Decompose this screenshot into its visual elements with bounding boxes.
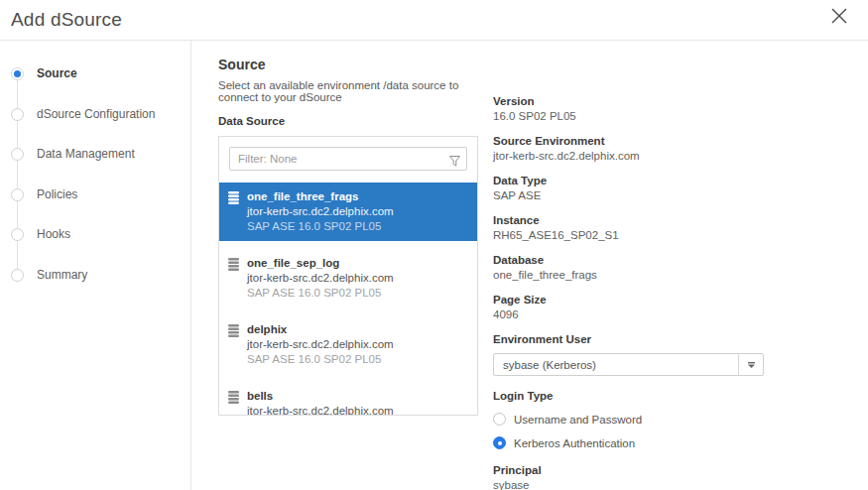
field-value: RH65_ASE16_SP02_S1 [493, 229, 766, 241]
detail-field-page-size: Page Size 4096 [493, 294, 766, 320]
field-label: Principal [493, 464, 766, 476]
data-source-item[interactable]: one_file_sep_log jtor-kerb-src.dc2.delph… [219, 249, 477, 307]
step-label: Hooks [37, 227, 70, 241]
step-policies[interactable]: Policies [0, 186, 191, 202]
chevron-down-icon [747, 362, 756, 368]
radio-label: Kerberos Authentication [514, 437, 635, 449]
page-subtitle: Select an available environment /data so… [218, 79, 478, 103]
step-radio-icon [11, 188, 24, 201]
detail-field-instance: Instance RH65_ASE16_SP02_S1 [493, 214, 766, 241]
environment-user-value: sybase (Kerberos) [494, 359, 738, 371]
step-label: Summary [37, 268, 87, 282]
step-source[interactable]: Source [0, 65, 191, 81]
stepper-connector-line [17, 72, 18, 274]
data-source-version: SAP ASE 16.0 SP02 PL05 [247, 352, 467, 367]
step-radio-icon [11, 148, 24, 161]
detail-field-data-type: Data Type SAP ASE [493, 175, 766, 201]
field-label: Instance [493, 214, 766, 226]
radio-username-password[interactable]: Username and Password [493, 413, 766, 426]
step-radio-icon [11, 67, 24, 80]
step-dsource-configuration[interactable]: dSource Configuration [0, 106, 191, 122]
data-source-name: delphix [247, 322, 467, 337]
environment-user-select[interactable]: sybase (Kerberos) [493, 353, 764, 376]
field-value: 16.0 SP02 PL05 [493, 110, 766, 122]
step-radio-icon [11, 108, 24, 121]
filter-input[interactable] [229, 147, 467, 171]
environment-user-label: Environment User [493, 333, 766, 345]
data-source-version: SAP ASE 16.0 SP02 PL05 [247, 219, 467, 234]
filter-funnel-icon[interactable] [449, 153, 460, 171]
login-type-label: Login Type [493, 390, 766, 402]
data-source-host: jtor-kerb-src.dc2.delphix.com [247, 337, 467, 352]
field-value: sybase [493, 479, 766, 490]
field-label: Database [493, 254, 766, 266]
dialog-title: Add dSource [11, 9, 122, 31]
wizard-stepper: Source dSource Configuration Data Manage… [0, 41, 191, 490]
data-source-label: Data Source [218, 115, 478, 127]
field-label: Data Type [493, 175, 766, 186]
data-source-item[interactable]: delphix jtor-kerb-src.dc2.delphix.com SA… [219, 315, 477, 374]
close-icon [829, 6, 849, 26]
step-label: Policies [37, 187, 77, 201]
data-source-host: jtor-kerb-src.dc2.delphix.com [247, 204, 467, 219]
detail-field-source-environment: Source Environment jtor-kerb-src.dc2.del… [493, 135, 766, 162]
detail-field-principal: Principal sybase [493, 464, 766, 490]
data-source-name: one_file_three_frags [247, 189, 467, 204]
step-summary[interactable]: Summary [0, 267, 191, 283]
radio-icon [493, 436, 506, 449]
radio-label: Username and Password [514, 414, 642, 426]
data-source-item[interactable]: one_file_three_frags jtor-kerb-src.dc2.d… [219, 183, 477, 241]
dialog-header: Add dSource [0, 0, 868, 41]
data-source-host: jtor-kerb-src.dc2.delphix.com [247, 271, 467, 286]
field-label: Page Size [493, 294, 766, 306]
step-label: Source [37, 66, 77, 80]
select-arrow-segment[interactable] [738, 354, 763, 375]
database-icon [228, 324, 239, 337]
radio-icon [493, 413, 506, 426]
field-label: Source Environment [493, 135, 766, 147]
data-source-name: one_file_sep_log [247, 256, 467, 271]
step-label: Data Management [37, 147, 135, 161]
step-radio-icon [11, 228, 24, 241]
data-source-name: bells [247, 389, 467, 404]
data-source-item[interactable]: bells jtor-kerb-src.dc2.delphix.com SAP … [219, 382, 477, 416]
step-hooks[interactable]: Hooks [0, 226, 191, 242]
filter-wrap [229, 147, 467, 171]
data-source-host: jtor-kerb-src.dc2.delphix.com [247, 404, 467, 416]
radio-kerberos-authentication[interactable]: Kerberos Authentication [493, 436, 766, 449]
detail-field-database: Database one_file_three_frags [493, 254, 766, 281]
data-source-listbox: one_file_three_frags jtor-kerb-src.dc2.d… [218, 136, 478, 416]
step-radio-icon [11, 269, 24, 282]
field-value: one_file_three_frags [493, 269, 766, 281]
page-title: Source [218, 57, 478, 72]
close-button[interactable] [828, 6, 850, 28]
step-label: dSource Configuration [37, 107, 155, 121]
database-icon [228, 258, 239, 271]
field-value: 4096 [493, 308, 766, 320]
source-selection-panel: Source Select an available environment /… [218, 57, 478, 416]
field-value: SAP ASE [493, 189, 766, 201]
source-details-panel: Version 16.0 SP02 PL05 Source Environmen… [493, 95, 766, 490]
field-value: jtor-kerb-src.dc2.delphix.com [493, 150, 766, 162]
database-icon [228, 191, 239, 204]
detail-field-version: Version 16.0 SP02 PL05 [493, 95, 766, 122]
data-source-version: SAP ASE 16.0 SP02 PL05 [247, 286, 467, 301]
step-data-management[interactable]: Data Management [0, 146, 191, 162]
database-icon [228, 391, 239, 404]
field-label: Version [493, 95, 766, 107]
